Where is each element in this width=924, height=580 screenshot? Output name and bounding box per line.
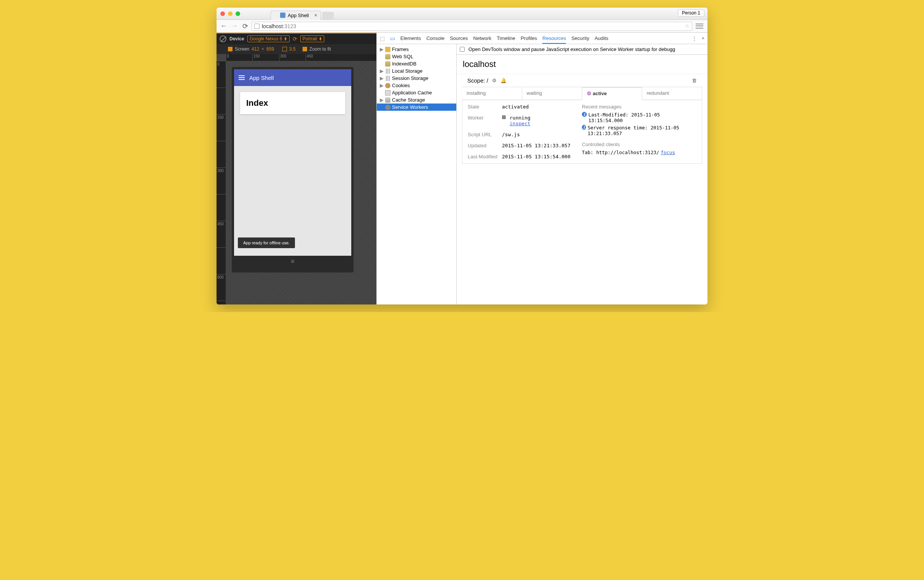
inspect-element-icon[interactable]: ⬚ — [380, 35, 385, 41]
script-value: /sw.js — [502, 132, 570, 137]
tree-item-indexeddb[interactable]: IndexedDB — [377, 60, 456, 68]
sw-state-tab-installing[interactable]: installing — [462, 87, 522, 100]
zoom-checkbox[interactable] — [303, 47, 307, 51]
sw-bell-icon[interactable]: 🔔 — [501, 77, 507, 83]
new-tab-button[interactable] — [322, 12, 334, 20]
screen-label: Screen — [235, 46, 249, 52]
dpr-value[interactable]: 3.5 — [289, 46, 296, 52]
app-title: App Shell — [249, 74, 273, 81]
offline-toast: App ready for offline use. — [238, 237, 295, 248]
site-info-icon[interactable] — [254, 24, 260, 29]
zoom-label: Zoom to fit — [310, 46, 331, 52]
devtools-tab-network[interactable]: Network — [473, 35, 492, 41]
sw-state-tab-waiting[interactable]: waiting — [522, 87, 582, 100]
updated-key: Updated — [468, 143, 498, 148]
titlebar: App Shell × Person 1 — [217, 8, 707, 20]
sw-pause-on-start-label: Open DevTools window and pause JavaScrip… — [468, 46, 675, 52]
screen-checkbox[interactable] — [228, 47, 232, 51]
reload-button[interactable]: ⟳ — [241, 22, 249, 30]
devtools-tab-console[interactable]: Console — [426, 35, 445, 41]
sw-host-heading: localhost — [457, 55, 707, 74]
sw-message: iServer response time: 2015-11-05 13:21:… — [582, 125, 697, 136]
device-viewport-area: 0150300450 0150300450600750 App Shell In… — [217, 54, 376, 305]
tree-item-local-storage[interactable]: ▶Local Storage — [377, 68, 456, 74]
inspect-worker-link[interactable]: inspect — [510, 121, 530, 126]
url-bar[interactable]: localhost:3123 ☆ — [252, 22, 692, 31]
updated-value: 2015-11-05 13:21:33.057 — [502, 143, 570, 148]
index-card: Index — [240, 92, 345, 114]
state-value: activated — [502, 104, 570, 110]
browser-window: App Shell × Person 1 ← → ⟳ localhost:312… — [217, 8, 707, 305]
orientation-select[interactable]: Portrait ▲▼ — [300, 35, 324, 42]
sw-delete-icon[interactable]: 🗑 — [692, 77, 697, 83]
device-select[interactable]: Google Nexus 6 ▲▼ — [247, 35, 290, 42]
devtools-tab-resources[interactable]: Resources — [542, 35, 566, 44]
back-button[interactable]: ← — [219, 22, 228, 30]
devtools-tab-audits[interactable]: Audits — [595, 35, 608, 41]
ruler-horizontal: 0150300450 — [226, 54, 376, 61]
device-frame: App Shell Index App ready for offline us… — [232, 67, 354, 272]
sw-left-column: State activated Worker running inspect S… — [468, 104, 570, 160]
devtools-more-icon[interactable]: ⋮ — [692, 35, 697, 41]
browser-toolbar: ← → ⟳ localhost:3123 ☆ — [217, 20, 707, 33]
device-toolbar-row1: Device Google Nexus 6 ▲▼ ⟳ Portrait ▲▼ — [217, 33, 376, 44]
bookmark-star-icon[interactable]: ☆ — [685, 23, 690, 29]
devtools-tab-timeline[interactable]: Timeline — [497, 35, 515, 41]
lastmod-key: Last-Modified — [468, 154, 498, 160]
sw-scope-row: Scope: / ⚙ 🔔 🗑 — [462, 74, 702, 87]
browser-tab[interactable]: App Shell × — [270, 11, 321, 20]
content-area: Device Google Nexus 6 ▲▼ ⟳ Portrait ▲▼ S… — [217, 33, 707, 305]
ruler-vertical: 0150300450600750 — [217, 61, 226, 305]
devtools-tab-security[interactable]: Security — [571, 35, 589, 41]
sw-state-tab-active[interactable]: ⚙active — [582, 87, 642, 100]
minimize-window-button[interactable] — [228, 12, 232, 16]
sw-options-row: Open DevTools window and pause JavaScrip… — [457, 44, 707, 55]
index-heading: Index — [246, 98, 339, 108]
stop-worker-icon[interactable] — [502, 115, 506, 119]
toggle-device-mode-icon[interactable]: ▭ — [390, 35, 395, 41]
client-row: Tab: http://localhost:3123/ focus — [582, 150, 697, 155]
no-emulation-icon[interactable] — [219, 35, 226, 42]
forward-button[interactable]: → — [230, 22, 239, 30]
device-mode-panel: Device Google Nexus 6 ▲▼ ⟳ Portrait ▲▼ S… — [217, 33, 376, 305]
tree-item-cookies[interactable]: ▶Cookies — [377, 82, 456, 89]
tree-item-service-workers[interactable]: Service Workers — [377, 104, 456, 111]
traffic-lights — [220, 12, 240, 16]
profile-button[interactable]: Person 1 — [678, 9, 705, 17]
device-toolbar-row2: Screen 412 × 659 3.5 Zoom to fit — [217, 44, 376, 54]
sw-state-tab-redundant[interactable]: redundant — [642, 87, 702, 100]
info-icon: i — [582, 125, 586, 130]
tree-item-frames[interactable]: ▶Frames — [377, 46, 456, 53]
sw-pause-on-start-checkbox[interactable] — [460, 47, 464, 52]
devtools-tab-sources[interactable]: Sources — [450, 35, 468, 41]
controlled-clients-heading: Controlled clients — [582, 142, 697, 147]
rotate-device-button[interactable]: ⟳ — [293, 36, 297, 42]
devtools-tab-elements[interactable]: Elements — [400, 35, 421, 41]
device-screen[interactable]: App Shell Index App ready for offline us… — [234, 69, 351, 256]
sw-message: iLast-Modified: 2015-11-05 13:15:54.000 — [582, 112, 697, 123]
info-icon: i — [582, 112, 587, 117]
maximize-window-button[interactable] — [236, 12, 240, 16]
devtools-body: ▶FramesWeb SQLIndexedDB▶Local Storage▶Se… — [377, 44, 707, 305]
client-focus-link[interactable]: focus — [660, 150, 675, 155]
tab-close-icon[interactable]: × — [314, 13, 317, 18]
tree-item-web-sql[interactable]: Web SQL — [377, 53, 456, 60]
devtools-tab-profiles[interactable]: Profiles — [520, 35, 537, 41]
device-nav-bar: ≡ — [234, 256, 351, 267]
tree-item-cache-storage[interactable]: ▶Cache Storage — [377, 96, 456, 104]
app-header: App Shell — [234, 69, 351, 86]
devtools-close-icon[interactable]: × — [702, 35, 705, 41]
sw-scope-label: Scope: / — [467, 77, 488, 84]
sw-gear-icon[interactable]: ⚙ — [492, 77, 497, 83]
sw-state-tabs: installingwaiting⚙activeredundant — [462, 87, 702, 100]
tree-item-session-storage[interactable]: ▶Session Storage — [377, 74, 456, 82]
hamburger-menu-icon[interactable] — [239, 75, 245, 80]
screen-height[interactable]: 659 — [267, 46, 274, 52]
tree-item-application-cache[interactable]: Application Cache — [377, 89, 456, 96]
lastmod-value: 2015-11-05 13:15:54.000 — [502, 154, 570, 160]
sw-detail-grid: State activated Worker running inspect S… — [462, 100, 702, 164]
url-text: localhost:3123 — [262, 23, 296, 29]
chrome-menu-button[interactable] — [695, 22, 705, 30]
close-window-button[interactable] — [220, 12, 225, 16]
screen-width[interactable]: 412 — [252, 46, 259, 52]
